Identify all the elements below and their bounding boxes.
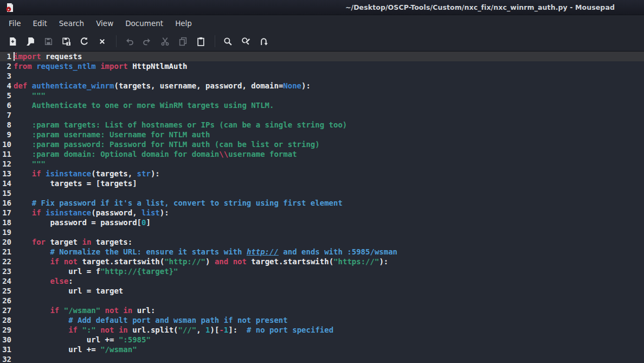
line-number: 11 [0, 149, 11, 159]
menubar: File Edit Search View Document Help [0, 15, 644, 31]
toolbar-button-reload[interactable] [76, 34, 93, 49]
toolbar-button-save-as[interactable] [58, 34, 75, 49]
code-line[interactable]: 29 if ":" not in url.split("//", 1)[-1]:… [0, 325, 644, 335]
toolbar-button-redo[interactable] [139, 34, 156, 49]
line-number: 4 [0, 81, 11, 91]
copy-icon [178, 37, 188, 46]
code-line[interactable]: 15 [0, 188, 644, 198]
menu-file[interactable]: File [3, 16, 27, 30]
menu-edit[interactable]: Edit [27, 16, 53, 30]
toolbar [0, 31, 644, 52]
code-line[interactable]: 17 if isinstance(password, list): [0, 208, 644, 218]
line-number: 9 [0, 130, 11, 139]
close-icon [98, 37, 106, 46]
search-icon [223, 37, 233, 46]
code-line[interactable]: 1import requests [0, 52, 644, 61]
line-number: 26 [0, 296, 11, 305]
toolbar-button-go-to-line[interactable] [255, 34, 272, 49]
code-area[interactable]: 1import requests2from requests_ntlm impo… [0, 52, 644, 363]
line-number: 15 [0, 188, 11, 198]
toolbar-button-find-and-replace[interactable] [237, 34, 254, 49]
toolbar-separator [215, 35, 215, 47]
code-text: :param password: Password for NTLM auth … [11, 139, 320, 149]
line-number: 20 [0, 237, 11, 247]
code-line[interactable]: 22 if not target.startswith("http://") a… [0, 257, 644, 266]
line-number: 10 [0, 139, 11, 149]
menu-document[interactable]: Document [119, 16, 169, 30]
line-number: 24 [0, 276, 11, 286]
toolbar-button-open-file[interactable] [22, 34, 39, 49]
code-text: # Normalize the URL: ensure it starts wi… [11, 247, 397, 257]
code-line[interactable]: 12 """ [0, 159, 644, 169]
code-line[interactable]: 16 # Fix password if it's a list, conver… [0, 198, 644, 208]
line-number: 14 [0, 179, 11, 188]
code-line[interactable]: 28 # Add default port and wsman path if … [0, 315, 644, 325]
code-line[interactable]: 5 """ [0, 91, 644, 100]
code-text: # Add default port and wsman path if not… [11, 315, 288, 325]
line-number: 27 [0, 305, 11, 315]
code-text [11, 296, 14, 305]
search-replace-icon [241, 37, 250, 46]
code-line[interactable]: 10 :param password: Password for NTLM au… [0, 139, 644, 149]
undo-icon [125, 37, 134, 46]
code-line[interactable]: 18 password = password[0] [0, 218, 644, 227]
code-line[interactable]: 20 for target in targets: [0, 237, 644, 247]
code-text: :param domain: Optional domain for domai… [11, 149, 297, 159]
code-line[interactable]: 2from requests_ntlm import HttpNtlmAuth [0, 61, 644, 71]
line-number: 16 [0, 198, 11, 208]
code-line[interactable]: 13 if isinstance(targets, str): [0, 169, 644, 179]
code-line[interactable]: 3 [0, 71, 644, 81]
code-line[interactable]: 14 targets = [targets] [0, 179, 644, 188]
mousepad-app-icon [5, 3, 15, 12]
line-number: 22 [0, 257, 11, 266]
code-line[interactable]: 7 [0, 110, 644, 120]
code-line[interactable]: 19 [0, 227, 644, 237]
code-text: if isinstance(targets, str): [11, 169, 160, 179]
line-number: 5 [0, 91, 11, 100]
code-text: if isinstance(password, list): [11, 208, 169, 218]
code-line[interactable]: 26 [0, 296, 644, 305]
code-line[interactable]: 4def authenticate_winrm(targets, usernam… [0, 81, 644, 91]
line-number: 32 [0, 354, 11, 363]
code-line[interactable]: 8 :param targets: List of hostnames or I… [0, 120, 644, 130]
line-number: 6 [0, 100, 11, 110]
code-line[interactable]: 25 url = target [0, 286, 644, 296]
save-as-icon [62, 37, 71, 46]
code-line[interactable]: 21 # Normalize the URL: ensure it starts… [0, 247, 644, 257]
line-number: 8 [0, 120, 11, 130]
redo-icon [143, 37, 152, 46]
toolbar-button-find[interactable] [220, 34, 236, 49]
line-number: 28 [0, 315, 11, 325]
code-line[interactable]: 32 [0, 354, 644, 363]
toolbar-button-new-document[interactable] [4, 34, 21, 49]
code-line[interactable]: 24 else: [0, 276, 644, 286]
code-text: import requests [11, 52, 82, 61]
window-titlebar: ~/Desktop/OSCP-Tools/Custom/nxc_fix/nxc_… [0, 0, 644, 15]
toolbar-button-close-document[interactable] [94, 34, 111, 49]
menu-help[interactable]: Help [169, 16, 198, 30]
code-text: if "/wsman" not in url: [11, 305, 155, 315]
toolbar-button-save[interactable] [40, 34, 57, 49]
new-document-icon [8, 37, 17, 46]
menu-search[interactable]: Search [53, 16, 90, 30]
toolbar-button-paste[interactable] [192, 34, 209, 49]
toolbar-button-copy[interactable] [175, 34, 191, 49]
code-line[interactable]: 30 url += ":5985" [0, 335, 644, 345]
code-text: if ":" not in url.split("//", 1)[-1]: # … [11, 325, 333, 335]
line-number: 29 [0, 325, 11, 335]
code-line[interactable]: 6 Authenticate to one or more WinRM targ… [0, 100, 644, 110]
toolbar-button-undo[interactable] [121, 34, 138, 49]
code-text [11, 110, 14, 120]
menu-view[interactable]: View [90, 16, 119, 30]
code-text: url += ":5985" [11, 335, 151, 345]
code-line[interactable]: 27 if "/wsman" not in url: [0, 305, 644, 315]
save-icon [44, 37, 53, 46]
code-text: url += "/wsman" [11, 345, 137, 354]
code-line[interactable]: 23 url = f"http://{target}" [0, 266, 644, 276]
code-line[interactable]: 11 :param domain: Optional domain for do… [0, 149, 644, 159]
toolbar-separator [116, 35, 117, 47]
code-line[interactable]: 9 :param username: Username for NTLM aut… [0, 130, 644, 139]
toolbar-button-cut[interactable] [157, 34, 173, 49]
code-line[interactable]: 31 url += "/wsman" [0, 345, 644, 354]
code-text [11, 354, 14, 363]
